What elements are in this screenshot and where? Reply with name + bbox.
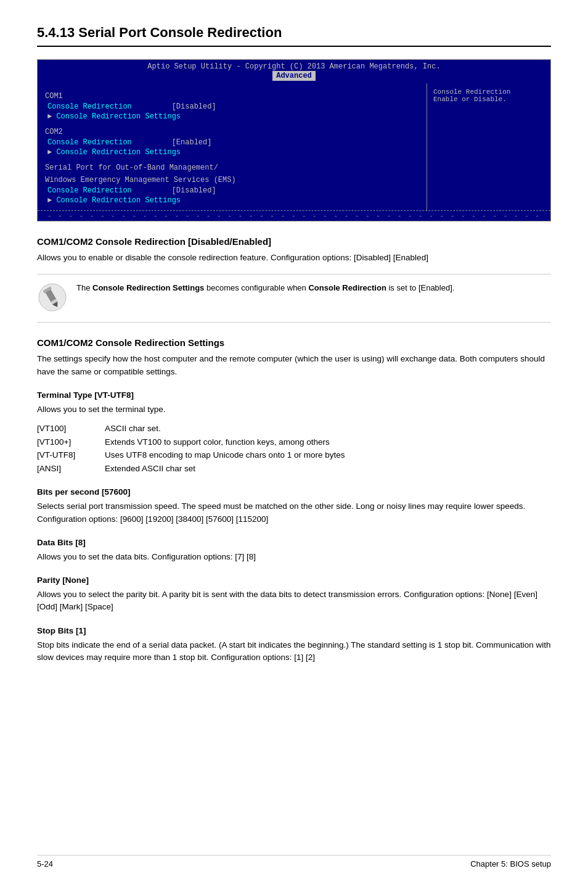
- note-after: is set to [Enabled].: [386, 283, 455, 292]
- bios-ems-redirect[interactable]: Console Redirection [Disabled]: [45, 186, 419, 196]
- terminal-type-body: Allows you to set the terminal type.: [37, 403, 551, 416]
- bios-com2-redirect[interactable]: Console Redirection [Enabled]: [45, 138, 419, 147]
- list-item: [VT-UTF8] Uses UTF8 encoding to map Unic…: [37, 448, 551, 462]
- bios-active-tab[interactable]: Advanced: [272, 71, 316, 81]
- bios-help-line1: Console Redirection: [433, 88, 510, 96]
- bios-right-panel: Console Redirection Enable or Disable.: [427, 83, 550, 210]
- footer-chapter: Chapter 5: BIOS setup: [470, 859, 551, 868]
- option-key: [VT100+]: [37, 435, 105, 449]
- bios-com1-label: COM1: [45, 92, 419, 101]
- data-bits-heading: Data Bits [8]: [37, 538, 551, 547]
- bios-ems-settings[interactable]: ► Console Redirection Settings: [45, 196, 419, 205]
- note-mid: becomes configurable when: [204, 283, 308, 292]
- bios-ems-line2: Windows Emergency Management Services (E…: [45, 176, 419, 184]
- com-redirect-body: Allows you to enable or disable the cons…: [37, 252, 551, 264]
- pencil-icon: [37, 282, 68, 313]
- bios-bottom-divider: - - - - - - - - - - - - - - - - - - - - …: [38, 210, 550, 221]
- bios-com1-redirect[interactable]: Console Redirection [Disabled]: [45, 102, 419, 112]
- note-bold1: Console Redirection Settings: [92, 283, 204, 292]
- com-redirect-heading: COM1/COM2 Console Redirection [Disabled/…: [37, 236, 551, 247]
- footer-page-number: 5-24: [37, 859, 53, 868]
- bios-screenshot: Aptio Setup Utility - Copyright (C) 2013…: [37, 59, 551, 221]
- stop-bits-body: Stop bits indicate the end of a serial d…: [37, 639, 551, 664]
- page-title: 5.4.13 Serial Port Console Redirection: [37, 25, 551, 47]
- page-footer: 5-24 Chapter 5: BIOS setup: [37, 855, 551, 868]
- option-key: [ANSI]: [37, 462, 105, 476]
- option-val: ASCII char set.: [105, 422, 551, 435]
- terminal-type-heading: Terminal Type [VT-UTF8]: [37, 390, 551, 400]
- list-item: [VT100+] Extends VT100 to support color,…: [37, 435, 551, 449]
- bios-header: Aptio Setup Utility - Copyright (C) 2013…: [38, 60, 550, 83]
- bios-ems-line1: Serial Port for Out-of-Band Management/: [45, 163, 419, 172]
- bios-com2-settings[interactable]: ► Console Redirection Settings: [45, 147, 419, 157]
- option-val: Extended ASCII char set: [105, 462, 551, 476]
- com-settings-body: The settings specify how the host comput…: [37, 353, 551, 378]
- bios-com2-label: COM2: [45, 128, 419, 136]
- option-val: Extends VT100 to support color, function…: [105, 435, 551, 449]
- parity-heading: Parity [None]: [37, 576, 551, 585]
- stop-bits-heading: Stop Bits [1]: [37, 626, 551, 635]
- bios-header-text: Aptio Setup Utility - Copyright (C) 2013…: [147, 62, 440, 71]
- data-bits-body: Allows you to set the data bits. Configu…: [37, 551, 551, 563]
- bios-com1-settings[interactable]: ► Console Redirection Settings: [45, 112, 419, 122]
- list-item: [ANSI] Extended ASCII char set: [37, 462, 551, 476]
- bits-per-second-heading: Bits per second [57600]: [37, 487, 551, 497]
- option-key: [VT100]: [37, 422, 105, 435]
- bios-help-line2: Enable or Disable.: [433, 96, 507, 103]
- note-text: The Console Redirection Settings becomes…: [76, 282, 454, 294]
- parity-body: Allows you to select the parity bit. A p…: [37, 588, 551, 614]
- option-val: Uses UTF8 encoding to map Unicode chars …: [105, 448, 551, 462]
- option-key: [VT-UTF8]: [37, 448, 105, 462]
- note-bold2: Console Redirection: [308, 283, 386, 292]
- note-icon-container: [37, 282, 68, 315]
- note-box: The Console Redirection Settings becomes…: [37, 274, 551, 323]
- bits-per-second-body: Selects serial port transmission speed. …: [37, 500, 551, 526]
- terminal-option-list: [VT100] ASCII char set. [VT100+] Extends…: [37, 422, 551, 475]
- com-settings-heading: COM1/COM2 Console Redirection Settings: [37, 337, 551, 348]
- bios-left-panel: COM1 Console Redirection [Disabled] ► Co…: [38, 83, 427, 210]
- list-item: [VT100] ASCII char set.: [37, 422, 551, 435]
